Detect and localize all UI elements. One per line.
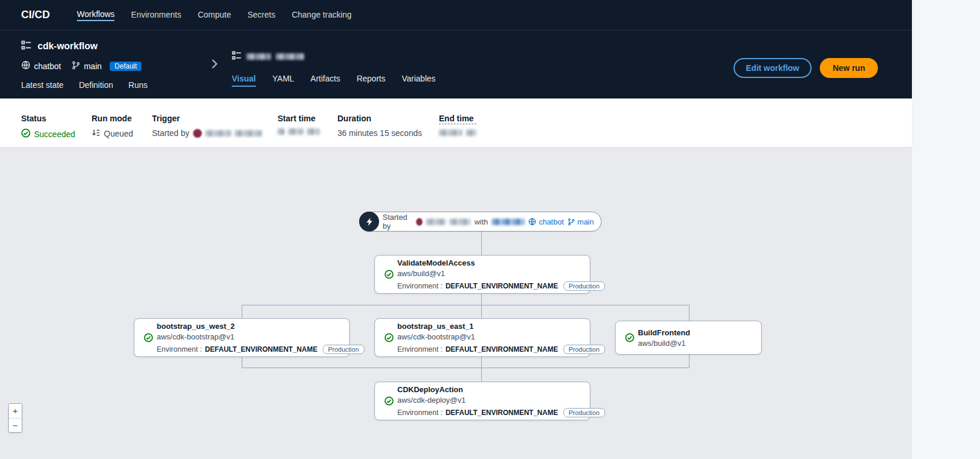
node-environment: Environment : DEFAULT_ENVIRONMENT_NAME P… [397,345,605,354]
lightning-bolt-icon [359,212,379,232]
environment-name: DEFAULT_ENVIRONMENT_NAME [445,409,558,417]
zoom-out-button[interactable]: − [9,418,22,432]
environment-name: DEFAULT_ENVIRONMENT_NAME [445,282,558,290]
run-status-bar: Status Succeeded Run mode Queued Trigger… [0,98,912,148]
trigger-label: Trigger [152,114,262,123]
nav-item-change-tracking[interactable]: Change tracking [292,10,352,21]
node-action: aws/build@v1 [397,268,605,278]
trigger-branch-name: main [577,217,594,226]
default-branch-badge: Default [110,62,141,71]
run-mode-value: Queued [104,129,133,138]
status-label: Status [21,114,75,123]
branch-icon [72,61,80,72]
trigger-field: Trigger Started by [152,114,262,138]
production-badge: Production [323,345,364,354]
connector-line [481,232,482,255]
node-validate-model-access[interactable]: ValidateModelAccess aws/build@v1 Environ… [374,255,590,294]
node-title: ValidateModelAccess [397,258,605,268]
production-badge: Production [563,345,605,354]
redacted-user-name [235,130,262,137]
success-check-icon [21,128,31,140]
redacted-user-avatar [193,129,202,138]
node-action: aws/cdk-bootstrap@v1 [157,332,364,342]
redacted-user-avatar [416,218,423,226]
workflow-header: cdk-workflow chatbot main Default Latest… [0,30,912,98]
node-action: aws/build@v1 [638,338,690,348]
node-cdk-deploy-action[interactable]: CDKDeployAction aws/cdk-deploy@v1 Enviro… [374,382,590,420]
trigger-node[interactable]: Started by with chatbot main [359,212,601,232]
success-check-icon [384,270,394,279]
chevron-right-icon[interactable] [210,57,218,73]
tab-latest-state[interactable]: Latest state [21,80,63,90]
environment-label: Environment : [397,409,442,417]
run-tab-reports[interactable]: Reports [357,74,386,87]
duration-label: Duration [337,114,422,123]
cicd-brand-title: CI/CD [21,9,50,21]
production-badge: Production [563,408,605,417]
edit-workflow-button[interactable]: Edit workflow [734,58,812,78]
duration-field: Duration 36 minutes 15 seconds [337,114,422,138]
redacted-run-id [276,53,304,60]
tab-runs[interactable]: Runs [129,80,148,90]
run-tab-yaml[interactable]: YAML [272,74,294,87]
workflow-graph-canvas[interactable]: Started by with chatbot main ValidateMod… [0,148,912,459]
workflow-tabs: Latest state Definition Runs [21,80,147,90]
run-detail-header: Visual YAML Artifacts Reports Variables [232,50,435,87]
environment-label: Environment : [397,282,442,290]
node-title: bootstrap_us_west_2 [157,321,364,331]
project-globe-icon [21,60,31,72]
redacted-start-time [288,128,303,135]
node-action: aws/cdk-deploy@v1 [397,395,605,405]
connector-line [481,357,482,382]
node-title: bootstrap_us_east_1 [397,321,605,331]
zoom-in-button[interactable]: + [9,404,22,418]
redacted-commit-link [492,219,525,225]
zoom-controls: + − [8,403,22,433]
workflow-summary: cdk-workflow chatbot main Default Latest… [21,40,147,90]
node-build-frontend[interactable]: BuildFrontend aws/build@v1 [615,321,762,355]
run-list-icon [232,50,242,63]
nav-item-environments[interactable]: Environments [131,10,181,21]
top-navigation: CI/CD Workflows Environments Compute Sec… [0,0,912,30]
branch-name[interactable]: main [84,62,102,71]
run-tabs: Visual YAML Artifacts Reports Variables [232,74,435,87]
production-badge: Production [563,281,605,291]
connector-line [481,305,482,318]
success-check-icon [384,396,394,406]
header-actions: Edit workflow New run [734,58,878,78]
connector-line [689,305,690,321]
node-title: BuildFrontend [638,328,690,338]
tab-definition[interactable]: Definition [79,80,113,90]
environment-name: DEFAULT_ENVIRONMENT_NAME [205,345,317,353]
connector-line [242,368,690,368]
run-tab-artifacts[interactable]: Artifacts [310,74,340,87]
environment-label: Environment : [397,345,442,353]
node-bootstrap-us-east-1[interactable]: bootstrap_us_east_1 aws/cdk-bootstrap@v1… [374,318,590,357]
trigger-branch-link[interactable]: main [567,217,594,226]
redacted-user-name [450,219,471,225]
trigger-project-link[interactable]: chatbot [528,217,564,226]
run-tab-visual[interactable]: Visual [232,74,256,87]
node-title: CDKDeployAction [397,385,605,395]
end-time-label[interactable]: End time [439,114,477,124]
nav-item-workflows[interactable]: Workflows [77,9,114,21]
new-run-button[interactable]: New run [820,58,878,78]
trigger-value-prefix: Started by [152,128,190,138]
project-name[interactable]: chatbot [34,62,61,71]
workflow-name: cdk-workflow [38,41,97,52]
redacted-start-time [278,128,285,135]
redacted-start-time [307,128,320,135]
success-check-icon [144,333,153,342]
nav-item-secrets[interactable]: Secrets [248,10,275,21]
trigger-project-name: chatbot [539,217,564,226]
success-check-icon [625,333,634,342]
start-time-field: Start time [278,114,320,135]
node-bootstrap-us-west-2[interactable]: bootstrap_us_west_2 aws/cdk-bootstrap@v1… [134,318,350,357]
environment-name: DEFAULT_ENVIRONMENT_NAME [445,345,558,353]
nav-items: Workflows Environments Compute Secrets C… [77,9,352,21]
trigger-started-by-text: Started by [383,213,413,230]
run-tab-variables[interactable]: Variables [402,74,435,87]
nav-item-compute[interactable]: Compute [198,10,231,21]
redacted-run-id [246,53,271,60]
connector-line [242,305,690,305]
